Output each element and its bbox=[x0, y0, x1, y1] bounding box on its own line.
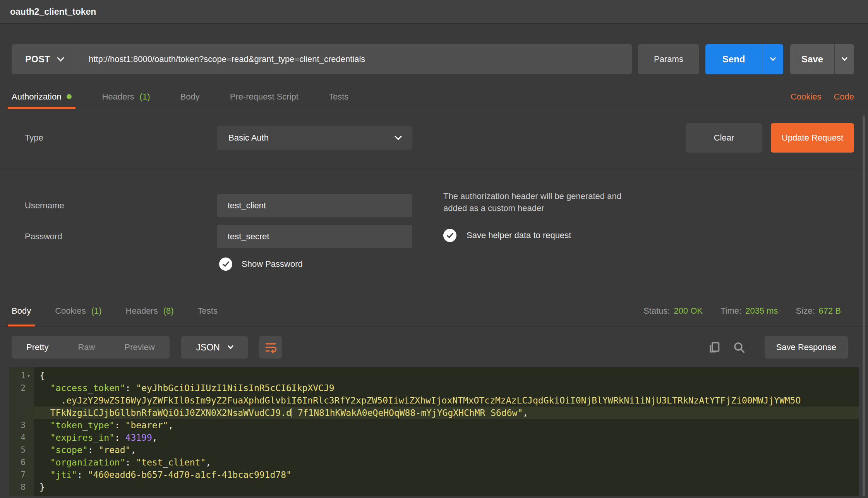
tab-tests[interactable]: Tests bbox=[329, 84, 348, 109]
method-label: POST bbox=[25, 54, 50, 65]
fold-caret-icon[interactable]: ▾ bbox=[26, 369, 32, 382]
tab-label: Headers bbox=[102, 92, 134, 102]
auth-type-value: Basic Auth bbox=[228, 133, 269, 143]
line-number: 4 bbox=[9, 431, 34, 444]
copy-button[interactable] bbox=[707, 340, 721, 354]
code-line: TFkNzgiLCJjbGllbnRfaWQiOiJ0ZXN0X2NsaWVud… bbox=[34, 407, 859, 419]
view-mode-group: Pretty Raw Preview bbox=[12, 336, 170, 359]
save-response-button[interactable]: Save Response bbox=[765, 336, 848, 359]
scrollbar[interactable] bbox=[863, 115, 865, 496]
save-helper-row: Save helper data to request bbox=[443, 229, 868, 242]
wrap-text-button[interactable] bbox=[259, 336, 282, 359]
chevron-down-icon bbox=[841, 55, 847, 61]
send-options-button[interactable] bbox=[762, 44, 783, 74]
code-row: 6 "organization": "test_client", bbox=[9, 456, 859, 469]
tab-count: (1) bbox=[91, 306, 102, 316]
url-group: POST http://host1:8000/oauth/token?scope… bbox=[12, 44, 632, 74]
response-tab-cookies[interactable]: Cookies (1) bbox=[55, 295, 101, 326]
view-mode-raw[interactable]: Raw bbox=[63, 336, 110, 359]
response-tab-headers[interactable]: Headers (8) bbox=[126, 295, 174, 326]
response-tab-tests[interactable]: Tests bbox=[198, 295, 218, 326]
code-row: TFkNzgiLCJjbGllbnRfaWQiOiJ0ZXN0X2NsaWVud… bbox=[9, 407, 859, 419]
show-password-row: Show Password bbox=[0, 258, 412, 271]
request-tabs: Authorization Headers (1) Body Pre-reque… bbox=[0, 84, 868, 109]
auth-type-select[interactable]: Basic Auth bbox=[217, 126, 412, 150]
response-panel: Body Cookies (1) Headers (8) Tests Statu… bbox=[0, 281, 868, 496]
password-field[interactable]: test_secret bbox=[217, 225, 412, 248]
response-code[interactable]: 1▾{2 "access_token": "eyJhbGciOiJIUzI1Ni… bbox=[9, 367, 859, 496]
search-button[interactable] bbox=[732, 340, 746, 354]
view-mode-preview[interactable]: Preview bbox=[110, 336, 169, 359]
response-tab-body[interactable]: Body bbox=[12, 295, 31, 326]
code-row: 8} bbox=[9, 481, 859, 493]
auth-helper-column: The authorization header will be generat… bbox=[412, 168, 868, 271]
tab-label: Body bbox=[180, 92, 199, 102]
line-number: 6 bbox=[9, 456, 34, 469]
line-number: 7 bbox=[9, 469, 34, 481]
code-line: } bbox=[34, 481, 859, 493]
username-field[interactable]: test_client bbox=[217, 194, 412, 217]
line-number: 3 bbox=[9, 419, 34, 431]
save-helper-checkbox[interactable] bbox=[443, 229, 456, 242]
tab-pre-request-script[interactable]: Pre-request Script bbox=[230, 84, 298, 109]
auth-fields: Username test_client Password test_secre… bbox=[0, 168, 412, 271]
line-number: 8 bbox=[9, 481, 34, 493]
save-button[interactable]: Save bbox=[790, 44, 834, 74]
update-request-button[interactable]: Update Request bbox=[771, 123, 854, 153]
code-line: "access_token": "eyJhbGciOiJIUzI1NiIsInR… bbox=[34, 382, 859, 394]
view-mode-pretty[interactable]: Pretty bbox=[12, 336, 63, 359]
send-button[interactable]: Send bbox=[705, 44, 762, 74]
tab-label: Body bbox=[12, 306, 31, 316]
status-value: 200 OK bbox=[674, 306, 703, 316]
code-line: "expires_in": 43199, bbox=[34, 431, 859, 444]
chevron-down-icon bbox=[228, 343, 234, 349]
code-row: 5 "scope": "read", bbox=[9, 444, 859, 456]
code-link[interactable]: Code bbox=[834, 92, 854, 102]
username-row: Username test_client bbox=[0, 194, 412, 217]
tab-count: (8) bbox=[163, 306, 174, 316]
code-line: "token_type": "bearer", bbox=[34, 419, 859, 431]
request-title-bar: oauth2_client_token bbox=[0, 0, 868, 24]
line-number bbox=[9, 407, 34, 419]
time-value: 2035 ms bbox=[745, 306, 778, 316]
tab-authorization[interactable]: Authorization bbox=[12, 84, 72, 109]
method-selector[interactable]: POST bbox=[12, 44, 77, 74]
url-input[interactable]: http://host1:8000/oauth/token?scope=read… bbox=[77, 44, 632, 74]
code-line: { bbox=[34, 369, 859, 382]
check-icon bbox=[446, 231, 453, 238]
line-number: 2 bbox=[9, 382, 34, 394]
params-button[interactable]: Params bbox=[638, 44, 699, 74]
save-button-group: Save bbox=[790, 44, 854, 74]
line-number: 5 bbox=[9, 444, 34, 456]
username-label: Username bbox=[0, 201, 217, 211]
tab-links: Cookies Code bbox=[791, 92, 854, 102]
show-password-checkbox[interactable] bbox=[219, 258, 232, 271]
tab-body[interactable]: Body bbox=[180, 84, 199, 109]
size-label: Size: bbox=[796, 306, 815, 316]
text-wrap-icon bbox=[264, 341, 277, 354]
send-button-group: Send bbox=[705, 44, 783, 74]
code-row: 2 "access_token": "eyJhbGciOiJIUzI1NiIsI… bbox=[9, 382, 859, 394]
tab-label: Tests bbox=[198, 306, 218, 316]
response-tabs: Body Cookies (1) Headers (8) Tests Statu… bbox=[0, 295, 868, 327]
tab-label: Cookies bbox=[55, 306, 86, 316]
clear-button[interactable]: Clear bbox=[686, 123, 762, 153]
authorization-panel: Type Basic Auth Clear Update Request Use… bbox=[0, 123, 868, 281]
response-actions: Save Response bbox=[707, 336, 848, 359]
size-indicator: Size: 672 B bbox=[796, 306, 841, 316]
check-icon bbox=[222, 260, 229, 267]
show-password-label: Show Password bbox=[242, 259, 303, 269]
code-line: "jti": "460eadd6-b657-4d70-a1cf-41bcac99… bbox=[34, 469, 859, 481]
tab-headers[interactable]: Headers (1) bbox=[102, 84, 150, 109]
code-line: .eyJzY29wZSI6WyJyZWFkIl0sIm9yZ2FuaXphdGl… bbox=[34, 394, 859, 407]
save-options-button[interactable] bbox=[835, 44, 854, 74]
code-row: 7 "jti": "460eadd6-b657-4d70-a1cf-41bcac… bbox=[9, 469, 859, 481]
tab-count: (1) bbox=[140, 92, 150, 102]
cookies-link[interactable]: Cookies bbox=[791, 92, 821, 102]
password-label: Password bbox=[0, 232, 217, 242]
format-select[interactable]: JSON bbox=[181, 336, 248, 359]
tab-label: Tests bbox=[329, 92, 348, 102]
green-dot-icon bbox=[67, 94, 72, 99]
response-meta: Status: 200 OK Time: 2035 ms Size: 672 B bbox=[643, 306, 841, 316]
code-row: .eyJzY29wZSI6WyJyZWFkIl0sIm9yZ2FuaXphdGl… bbox=[9, 394, 859, 407]
